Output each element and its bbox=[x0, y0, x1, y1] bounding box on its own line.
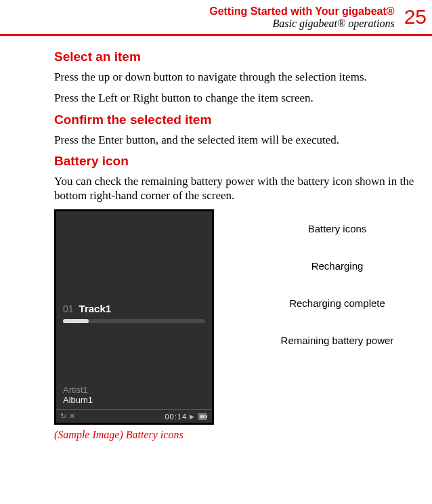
album-label: Album1 bbox=[63, 395, 93, 405]
body-text: You can check the remaining battery powe… bbox=[54, 174, 427, 203]
figure-row: 01 Track1 Artist1 Album1 ↻ ✕ 00:14 bbox=[54, 209, 427, 441]
heading-battery-icon: Battery icon bbox=[54, 154, 427, 169]
header-titles: Getting Started with Your gigabeat® Basi… bbox=[0, 5, 404, 30]
figure-caption: (Sample Image) Battery icons bbox=[54, 429, 214, 441]
page-content: Select an item Press the up or down butt… bbox=[0, 36, 432, 446]
play-icon: ▶ bbox=[190, 413, 194, 420]
artist-label: Artist1 bbox=[63, 385, 93, 395]
battery-icon bbox=[198, 413, 208, 420]
label-recharging: Recharging bbox=[248, 260, 427, 272]
section-title: Basic gigabeat® operations bbox=[0, 18, 395, 30]
track-name: Track1 bbox=[79, 303, 112, 314]
shuffle-icon: ✕ bbox=[69, 412, 75, 421]
svg-rect-2 bbox=[200, 415, 205, 418]
svg-rect-1 bbox=[206, 415, 207, 418]
body-text: Press the Left or Right button to change… bbox=[54, 91, 427, 105]
status-bar: ↻ ✕ 00:14 ▶ bbox=[56, 409, 212, 423]
label-remaining-power: Remaining battery power bbox=[248, 335, 427, 346]
meta-area: Artist1 Album1 bbox=[63, 385, 93, 405]
body-text: Press the Enter button, and the selected… bbox=[54, 133, 427, 147]
label-recharging-complete: Recharging complete bbox=[248, 297, 427, 309]
body-text: Press the up or down button to navigate … bbox=[54, 70, 427, 84]
label-battery-icons: Battery icons bbox=[248, 223, 427, 234]
page-number: 25 bbox=[404, 5, 427, 27]
track-area: 01 Track1 bbox=[63, 303, 205, 323]
chapter-title: Getting Started with Your gigabeat® bbox=[0, 5, 395, 18]
device-screenshot: 01 Track1 Artist1 Album1 ↻ ✕ 00:14 bbox=[54, 209, 214, 425]
screenshot-column: 01 Track1 Artist1 Album1 ↻ ✕ 00:14 bbox=[54, 209, 214, 441]
progress-fill bbox=[63, 319, 89, 323]
page-header: Getting Started with Your gigabeat® Basi… bbox=[0, 0, 432, 30]
playback-time: 00:14 bbox=[165, 413, 187, 421]
track-number: 01 bbox=[63, 303, 74, 314]
progress-bar bbox=[63, 319, 205, 323]
repeat-icon: ↻ bbox=[60, 412, 66, 421]
heading-confirm-item: Confirm the selected item bbox=[54, 112, 427, 127]
status-left: ↻ ✕ bbox=[60, 412, 165, 421]
heading-select-item: Select an item bbox=[54, 49, 427, 64]
labels-column: Battery icons Recharging Recharging comp… bbox=[248, 209, 427, 372]
